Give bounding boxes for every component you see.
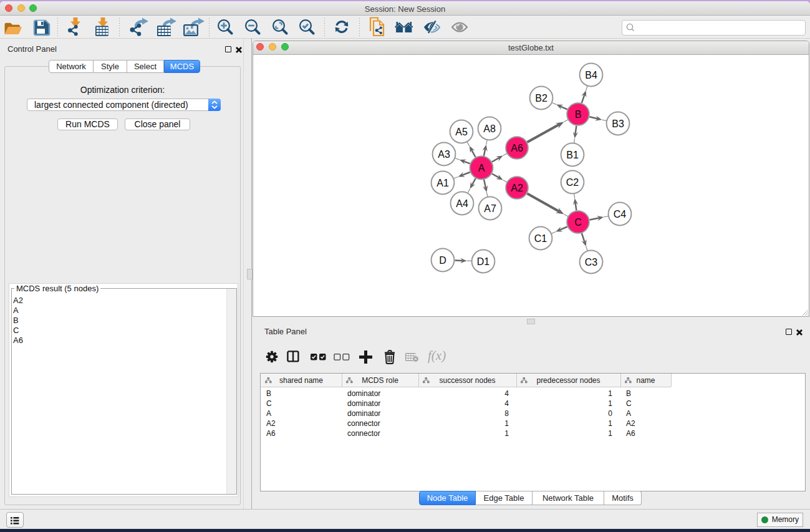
svg-text:A1: A1	[436, 178, 449, 188]
svg-text:A3: A3	[438, 149, 450, 160]
svg-text:B4: B4	[585, 70, 597, 80]
svg-text:D1: D1	[477, 256, 490, 267]
svg-text:D: D	[439, 255, 446, 266]
svg-text:C1: C1	[534, 233, 547, 244]
svg-text:A4: A4	[456, 198, 468, 209]
svg-text:C: C	[574, 217, 582, 228]
svg-text:A2: A2	[511, 183, 523, 193]
svg-text:C4: C4	[614, 209, 627, 220]
svg-text:A: A	[478, 163, 485, 173]
svg-text:A7: A7	[484, 203, 496, 214]
svg-text:C3: C3	[585, 257, 598, 268]
svg-text:B1: B1	[566, 150, 579, 160]
svg-text:B3: B3	[612, 118, 624, 129]
svg-text:B2: B2	[535, 93, 547, 104]
svg-text:A6: A6	[511, 143, 523, 153]
svg-text:A8: A8	[483, 123, 496, 134]
svg-text:B: B	[575, 109, 582, 120]
svg-text:C2: C2	[566, 177, 579, 188]
svg-text:A5: A5	[455, 127, 468, 137]
